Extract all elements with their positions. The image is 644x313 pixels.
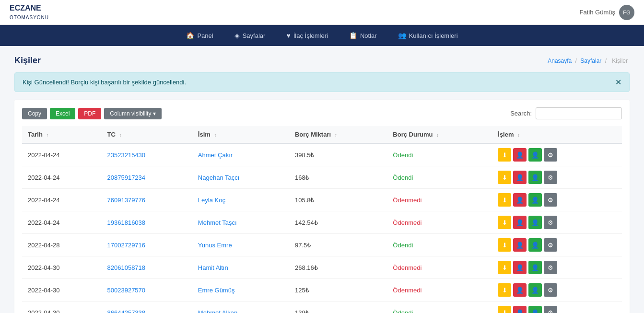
edit-button[interactable]: 👤 — [528, 148, 542, 162]
table-row: 2022-04-30 50023927570 Emre Gümüş 125₺ Ö… — [22, 279, 622, 301]
download-button[interactable]: ⬇ — [498, 283, 511, 297]
action-buttons: ⬇ 👤 👤 ⚙ — [498, 148, 616, 162]
sort-icon-durum: ↕ — [436, 132, 439, 138]
cell-isim[interactable]: Mehmet Alkan — [192, 301, 289, 313]
settings-button[interactable]: ⚙ — [544, 261, 557, 274]
download-button[interactable]: ⬇ — [498, 148, 511, 162]
settings-button[interactable]: ⚙ — [544, 171, 557, 184]
cell-tc[interactable]: 82061058718 — [102, 256, 192, 279]
col-vis-label: Column visibility — [110, 110, 151, 117]
alert-message: Kişi Güncellendi! Borçlu kişi başarılı b… — [23, 79, 186, 86]
alert-close-button[interactable]: ✕ — [615, 78, 621, 87]
download-button[interactable]: ⬇ — [498, 261, 511, 274]
brand: ECZANE OTOMASYONU — [10, 4, 49, 21]
col-isim[interactable]: İsim ↕ — [192, 126, 289, 143]
delete-person-button[interactable]: 👤 — [513, 306, 527, 313]
cell-tc[interactable]: 19361816038 — [102, 211, 192, 234]
cell-islem: ⬇ 👤 👤 ⚙ — [492, 166, 622, 189]
cell-isim[interactable]: Leyla Koç — [192, 189, 289, 211]
home-icon: 🏠 — [186, 32, 194, 39]
cell-tarih: 2022-04-28 — [22, 234, 102, 256]
col-islem[interactable]: İşlem ↕ — [492, 126, 622, 143]
edit-button[interactable]: 👤 — [528, 216, 542, 229]
delete-person-button[interactable]: 👤 — [513, 261, 527, 274]
delete-person-button[interactable]: 👤 — [513, 193, 527, 207]
download-button[interactable]: ⬇ — [498, 193, 511, 207]
download-button[interactable]: ⬇ — [498, 216, 511, 229]
cell-borc: 139₺ — [289, 301, 387, 313]
cell-isim[interactable]: Hamit Altın — [192, 256, 289, 279]
edit-button[interactable]: 👤 — [528, 171, 542, 184]
table-row: 2022-04-24 20875917234 Nagehan Taçcı 168… — [22, 166, 622, 189]
notes-icon: 📋 — [349, 32, 357, 39]
cell-isim[interactable]: Emre Gümüş — [192, 279, 289, 301]
sort-icon-isim: ↕ — [214, 132, 217, 138]
settings-button[interactable]: ⚙ — [544, 306, 557, 313]
nav-notlar[interactable]: 📋 Notlar — [339, 25, 387, 46]
cell-tc[interactable]: 17002729716 — [102, 234, 192, 256]
col-islem-label: İşlem — [498, 131, 514, 138]
cell-durum: Ödenmedi — [387, 211, 492, 234]
col-borc-label: Borç Miktarı — [295, 131, 331, 138]
cell-isim[interactable]: Yunus Emre — [192, 234, 289, 256]
cell-tc[interactable]: 76091379776 — [102, 189, 192, 211]
table-row: 2022-04-30 86644257338 Mehmet Alkan 139₺… — [22, 301, 622, 313]
cell-borc: 398.5₺ — [289, 143, 387, 166]
nav-panel-label: Panel — [197, 32, 213, 39]
breadcrumb-current: Kişiler — [612, 58, 628, 64]
col-tc[interactable]: TC ↕ — [102, 126, 192, 143]
action-buttons: ⬇ 👤 👤 ⚙ — [498, 171, 616, 184]
cell-isim[interactable]: Mehmet Taşcı — [192, 211, 289, 234]
cell-tarih: 2022-04-24 — [22, 189, 102, 211]
cell-borc: 268.16₺ — [289, 256, 387, 279]
nav-kullanici[interactable]: 👥 Kullanıcı İşlemleri — [387, 25, 468, 46]
settings-button[interactable]: ⚙ — [544, 238, 557, 252]
nav-panel[interactable]: 🏠 Panel — [176, 25, 223, 46]
col-durum[interactable]: Borç Durumu ↕ — [387, 126, 492, 143]
data-table: Tarih ↑ TC ↕ İsim ↕ Borç Miktarı ↕ — [22, 126, 622, 313]
download-button[interactable]: ⬇ — [498, 238, 511, 252]
copy-button[interactable]: Copy — [22, 108, 47, 119]
delete-person-button[interactable]: 👤 — [513, 171, 527, 184]
cell-tarih: 2022-04-30 — [22, 301, 102, 313]
settings-button[interactable]: ⚙ — [544, 216, 557, 229]
edit-button[interactable]: 👤 — [528, 238, 542, 252]
settings-button[interactable]: ⚙ — [544, 193, 557, 207]
cell-tc[interactable]: 86644257338 — [102, 301, 192, 313]
cell-islem: ⬇ 👤 👤 ⚙ — [492, 211, 622, 234]
edit-button[interactable]: 👤 — [528, 261, 542, 274]
nav-ilac[interactable]: ♥ İlaç İşlemleri — [276, 25, 339, 46]
download-button[interactable]: ⬇ — [498, 171, 511, 184]
col-borc[interactable]: Borç Miktarı ↕ — [289, 126, 387, 143]
delete-person-button[interactable]: 👤 — [513, 216, 527, 229]
cell-durum: Ödendi — [387, 166, 492, 189]
breadcrumb-home[interactable]: Anasayfa — [548, 58, 572, 64]
cell-isim[interactable]: Ahmet Çakır — [192, 143, 289, 166]
download-button[interactable]: ⬇ — [498, 306, 511, 313]
delete-person-button[interactable]: 👤 — [513, 283, 527, 297]
success-alert: Kişi Güncellendi! Borçlu kişi başarılı b… — [14, 72, 630, 92]
edit-button[interactable]: 👤 — [528, 283, 542, 297]
column-visibility-button[interactable]: Column visibility ▾ — [104, 108, 162, 119]
edit-button[interactable]: 👤 — [528, 306, 542, 313]
cell-borc: 168₺ — [289, 166, 387, 189]
users-icon: 👥 — [398, 32, 406, 39]
cell-tc[interactable]: 50023927570 — [102, 279, 192, 301]
cell-tc[interactable]: 23523215430 — [102, 143, 192, 166]
settings-button[interactable]: ⚙ — [544, 148, 557, 162]
edit-button[interactable]: 👤 — [528, 193, 542, 207]
nav-sayfalar[interactable]: ◈ Sayfalar — [224, 25, 276, 46]
search-input[interactable] — [536, 107, 622, 119]
settings-button[interactable]: ⚙ — [544, 283, 557, 297]
brand-name: ECZANE OTOMASYONU — [10, 4, 49, 21]
delete-person-button[interactable]: 👤 — [513, 148, 527, 162]
cell-isim[interactable]: Nagehan Taçcı — [192, 166, 289, 189]
col-tarih[interactable]: Tarih ↑ — [22, 126, 102, 143]
table-row: 2022-04-24 76091379776 Leyla Koç 105.8₺ … — [22, 189, 622, 211]
cell-tc[interactable]: 20875917234 — [102, 166, 192, 189]
pdf-button[interactable]: PDF — [78, 108, 101, 119]
sort-icon-tc: ↕ — [119, 132, 121, 138]
delete-person-button[interactable]: 👤 — [513, 238, 527, 252]
excel-button[interactable]: Excel — [50, 108, 75, 119]
breadcrumb-section[interactable]: Sayfalar — [580, 58, 601, 64]
